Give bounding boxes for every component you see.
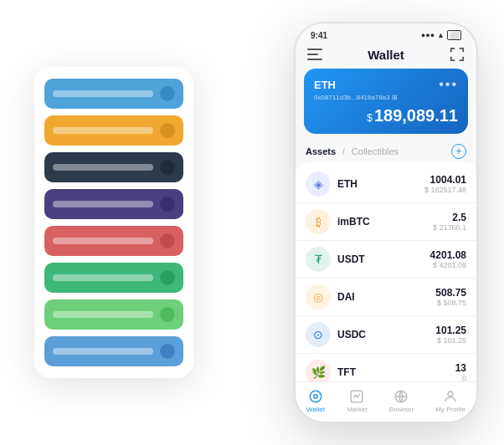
asset-amounts: 4201.08 $ 4201.08 [430, 249, 466, 269]
dai-icon: ◎ [306, 284, 331, 309]
eth-card-menu[interactable]: ••• [439, 77, 458, 92]
asset-name: DAI [337, 291, 435, 303]
asset-name: USDC [337, 329, 435, 340]
card-dot [160, 86, 175, 101]
asset-name: TFT [337, 366, 455, 378]
profile-nav-icon [443, 389, 458, 404]
asset-usd: $ 21760.1 [433, 223, 466, 232]
asset-usd: $ 4201.08 [430, 261, 466, 269]
bottom-nav: Wallet Market Browser [296, 381, 476, 422]
card-dot [160, 233, 175, 248]
page-title: Wallet [368, 48, 404, 62]
eth-balance: $189,089.11 [314, 106, 458, 125]
hamburger-icon[interactable] [307, 49, 322, 60]
nav-profile[interactable]: My Profile [435, 389, 465, 413]
wifi-icon: ▲ [437, 31, 445, 39]
eth-card-label: ETH [314, 79, 336, 91]
table-row[interactable]: ◎ DAI 508.75 $ 508.75 [296, 279, 476, 316]
usdt-icon: ₮ [306, 247, 331, 272]
asset-list: ◈ ETH 1004.01 $ 162517.48 ₿ imBTC 2.5 $ … [296, 162, 476, 381]
table-row[interactable]: 🌿 TFT 13 0 [296, 354, 476, 381]
list-item[interactable] [44, 336, 183, 366]
asset-usd: $ 162517.48 [424, 186, 466, 194]
list-item[interactable] [44, 152, 183, 182]
asset-usd: $ 101.25 [435, 336, 466, 345]
imbtc-icon: ₿ [306, 209, 331, 234]
tab-divider: / [342, 147, 345, 156]
tab-collectibles[interactable]: Collectibles [352, 146, 399, 156]
nav-wallet[interactable]: Wallet [306, 389, 325, 413]
eth-card[interactable]: ETH ••• 0x08711d3b...8416a78a3 ⊞ $189,08… [304, 69, 468, 134]
card-stack [34, 67, 193, 378]
tft-icon: 🌿 [306, 360, 331, 381]
card-text-line [53, 348, 153, 355]
status-icons: ●●● ▲ ⬜ [421, 30, 461, 40]
svg-point-0 [310, 391, 321, 402]
eth-card-header: ETH ••• [314, 77, 458, 92]
currency-symbol: $ [367, 112, 373, 124]
table-row[interactable]: ₮ USDT 4201.08 $ 4201.08 [296, 241, 476, 279]
market-nav-icon [349, 389, 364, 404]
phone-header: Wallet [296, 43, 476, 69]
asset-amount: 4201.08 [430, 249, 466, 261]
card-text-line [53, 164, 153, 171]
list-item[interactable] [44, 226, 183, 256]
nav-profile-label: My Profile [435, 406, 465, 413]
nav-browser[interactable]: Browser [389, 389, 414, 413]
card-dot [160, 270, 175, 285]
nav-wallet-label: Wallet [306, 406, 325, 413]
svg-point-5 [448, 391, 453, 396]
list-item[interactable] [44, 189, 183, 219]
svg-point-1 [314, 395, 318, 399]
table-row[interactable]: ◈ ETH 1004.01 $ 162517.48 [296, 166, 476, 203]
card-dot [160, 123, 175, 138]
table-row[interactable]: ₿ imBTC 2.5 $ 21760.1 [296, 203, 476, 241]
status-time: 9:41 [311, 31, 327, 40]
nav-market[interactable]: Market [347, 389, 367, 413]
card-dot [160, 197, 175, 212]
asset-name: ETH [337, 178, 424, 190]
status-bar: 9:41 ●●● ▲ ⬜ [296, 23, 476, 43]
expand-icon[interactable] [450, 47, 465, 62]
card-text-line [53, 238, 153, 244]
nav-browser-label: Browser [389, 406, 414, 413]
card-dot [160, 344, 175, 359]
card-dot [160, 160, 175, 175]
tab-assets[interactable]: Assets [306, 146, 336, 156]
asset-amounts: 1004.01 $ 162517.48 [424, 174, 466, 194]
asset-amount: 1004.01 [424, 174, 466, 186]
list-item[interactable] [44, 263, 183, 293]
eth-icon: ◈ [306, 171, 331, 197]
nav-market-label: Market [347, 406, 367, 413]
wallet-nav-icon [308, 389, 323, 404]
asset-amounts: 508.75 $ 508.75 [435, 287, 466, 307]
asset-name: imBTC [337, 216, 433, 228]
asset-amount: 508.75 [435, 287, 466, 299]
asset-amount: 2.5 [433, 212, 466, 223]
card-text-line [53, 90, 153, 97]
table-row[interactable]: ⊙ USDC 101.25 $ 101.25 [296, 316, 476, 354]
asset-usd: $ 508.75 [435, 299, 466, 307]
card-text-line [53, 274, 153, 281]
card-dot [160, 307, 175, 322]
asset-amounts: 13 0 [455, 362, 466, 381]
battery-icon: ⬜ [447, 30, 461, 40]
asset-amount: 13 [455, 362, 466, 374]
card-text-line [53, 127, 153, 134]
eth-address: 0x08711d3b...8416a78a3 ⊞ [314, 94, 458, 101]
list-item[interactable] [44, 79, 183, 109]
asset-amounts: 101.25 $ 101.25 [435, 325, 466, 345]
tabs-left: Assets / Collectibles [306, 146, 399, 156]
add-asset-button[interactable]: + [451, 144, 466, 159]
card-text-line [53, 201, 153, 207]
scene: 9:41 ●●● ▲ ⬜ Wallet [18, 9, 486, 436]
list-item[interactable] [44, 115, 183, 146]
browser-nav-icon [393, 389, 409, 404]
usdc-icon: ⊙ [306, 322, 331, 347]
signal-icon: ●●● [421, 31, 435, 39]
list-item[interactable] [44, 299, 183, 330]
asset-usd: 0 [455, 374, 466, 381]
asset-name: USDT [337, 253, 430, 265]
asset-amount: 101.25 [435, 325, 466, 336]
phone: 9:41 ●●● ▲ ⬜ Wallet [294, 22, 478, 423]
